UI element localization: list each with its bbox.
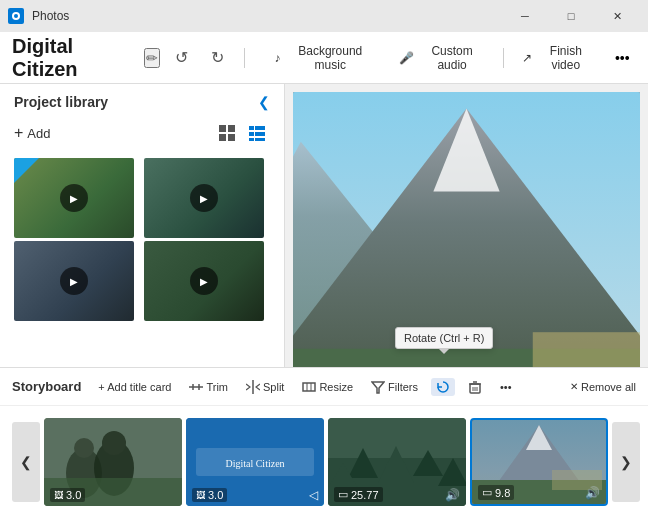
clip-1-label: 🖼 3.0 — [50, 488, 85, 502]
media-thumbnail-grid: ▶ ▶ ▶ ▶ — [0, 150, 284, 329]
grid-icon — [219, 125, 235, 141]
delete-clip-button[interactable] — [463, 378, 487, 396]
more-clip-options-button[interactable]: ••• — [495, 379, 517, 395]
trash-icon — [468, 380, 482, 394]
x-icon: ✕ — [570, 381, 578, 392]
play-overlay-3: ▶ — [60, 267, 88, 295]
svg-rect-5 — [219, 134, 226, 141]
storyboard-next-button[interactable]: ❯ — [612, 422, 640, 502]
clip-2-type-icon: 🖼 — [196, 490, 205, 500]
trim-icon — [189, 380, 203, 394]
svg-rect-14 — [255, 138, 260, 141]
rotate-icon — [436, 380, 450, 394]
storyboard-clip-3[interactable]: ▭ 25.77 🔊 — [328, 418, 466, 506]
add-title-card-button[interactable]: + Add title card — [93, 379, 176, 395]
rotate-tooltip: Rotate (Ctrl + R) — [395, 327, 493, 349]
add-row: + Add — [0, 116, 284, 150]
remove-all-button[interactable]: ✕ Remove all — [570, 381, 636, 393]
storyboard-toolbar: Storyboard + Add title card Trim Split — [0, 368, 648, 406]
background-music-button[interactable]: ♪ Background music — [264, 40, 385, 76]
toolbar-actions: ♪ Background music 🎤 Custom audio ↗ Fini… — [264, 40, 636, 76]
media-thumb-3[interactable]: ▶ — [14, 241, 134, 321]
minimize-button[interactable]: ─ — [502, 0, 548, 32]
svg-rect-4 — [228, 125, 235, 132]
app-toolbar: Digital Citizen ✏ ↺ ↻ ♪ Background music… — [0, 32, 648, 84]
media-thumb-2[interactable]: ▶ — [144, 158, 264, 238]
svg-text:Digital Citizen: Digital Citizen — [225, 458, 284, 469]
filters-icon — [371, 380, 385, 394]
storyboard-clip-2[interactable]: Digital Citizen 🖼 3.0 ◁ — [186, 418, 324, 506]
clip-3-type-icon: ▭ — [338, 488, 348, 501]
svg-rect-6 — [228, 134, 235, 141]
storyboard-label: Storyboard — [12, 379, 81, 394]
export-icon: ↗ — [522, 51, 532, 65]
undo-button[interactable]: ↺ — [168, 43, 196, 73]
titlebar-left: Photos — [8, 8, 69, 24]
clip-4-label: ▭ 9.8 — [478, 485, 514, 500]
panel-title: Project library — [14, 94, 108, 110]
trim-button[interactable]: Trim — [184, 378, 233, 396]
custom-audio-button[interactable]: 🎤 Custom audio — [389, 40, 495, 76]
play-overlay-4: ▶ — [190, 267, 218, 295]
titlebar: Photos ─ □ ✕ — [0, 0, 648, 32]
toolbar-divider — [244, 48, 245, 68]
clip-4-type-icon: ▭ — [482, 486, 492, 499]
media-thumb-1[interactable]: ▶ — [14, 158, 134, 238]
storyboard-clips: ❮ 🖼 3.0 Digital Citizen — [0, 406, 648, 517]
rotate-button[interactable] — [431, 378, 455, 396]
svg-rect-11 — [255, 132, 260, 136]
storyboard-section: Storyboard + Add title card Trim Split — [0, 367, 648, 517]
clip-2-arrow-icon: ◁ — [309, 488, 318, 502]
svg-rect-9 — [260, 126, 265, 130]
split-icon — [246, 380, 260, 394]
finish-video-button[interactable]: ↗ Finish video — [512, 40, 604, 76]
clip-3-label: ▭ 25.77 — [334, 487, 383, 502]
clip-1-type-icon: 🖼 — [54, 490, 63, 500]
resize-icon — [302, 380, 316, 394]
project-name: Digital Citizen — [12, 35, 136, 81]
svg-rect-10 — [249, 132, 254, 136]
maximize-button[interactable]: □ — [548, 0, 594, 32]
media-thumb-4[interactable]: ▶ — [144, 241, 264, 321]
close-button[interactable]: ✕ — [594, 0, 640, 32]
list-icon — [249, 125, 265, 141]
svg-point-2 — [14, 14, 18, 18]
svg-rect-3 — [219, 125, 226, 132]
view-toggle — [214, 120, 270, 146]
split-button[interactable]: Split — [241, 378, 289, 396]
svg-rect-27 — [303, 383, 315, 391]
svg-rect-7 — [249, 126, 254, 130]
svg-rect-15 — [260, 138, 265, 141]
add-media-button[interactable]: + Add — [14, 124, 50, 142]
resize-button[interactable]: Resize — [297, 378, 358, 396]
titlebar-controls[interactable]: ─ □ ✕ — [502, 0, 640, 32]
svg-rect-8 — [255, 126, 260, 130]
plus-icon: + — [14, 124, 23, 142]
list-view-button[interactable] — [244, 120, 270, 146]
svg-marker-30 — [372, 382, 384, 393]
app-icon — [8, 8, 24, 24]
grid-view-button[interactable] — [214, 120, 240, 146]
thumb-corner-1 — [14, 158, 39, 183]
more-options-button[interactable]: ••• — [609, 43, 636, 73]
clip-4-audio-icon: 🔊 — [585, 486, 600, 500]
play-overlay-1: ▶ — [60, 184, 88, 212]
svg-rect-12 — [260, 132, 265, 136]
storyboard-clip-1[interactable]: 🖼 3.0 — [44, 418, 182, 506]
music-note-icon: ♪ — [274, 51, 280, 65]
panel-header: Project library ❮ — [0, 84, 284, 116]
redo-button[interactable]: ↻ — [204, 43, 232, 73]
play-overlay-2: ▶ — [190, 184, 218, 212]
svg-point-41 — [102, 431, 126, 455]
app-title: Photos — [32, 9, 69, 23]
filters-button[interactable]: Filters — [366, 378, 423, 396]
toolbar-divider-2 — [503, 48, 504, 68]
clip-2-label: 🖼 3.0 — [192, 488, 227, 502]
collapse-panel-button[interactable]: ❮ — [258, 94, 270, 110]
edit-project-name-button[interactable]: ✏ — [144, 48, 160, 68]
svg-point-40 — [74, 438, 94, 458]
clip-3-audio-icon: 🔊 — [445, 488, 460, 502]
storyboard-prev-button[interactable]: ❮ — [12, 422, 40, 502]
storyboard-clip-4[interactable]: ▭ 9.8 🔊 — [470, 418, 608, 506]
microphone-icon: 🎤 — [399, 51, 414, 65]
